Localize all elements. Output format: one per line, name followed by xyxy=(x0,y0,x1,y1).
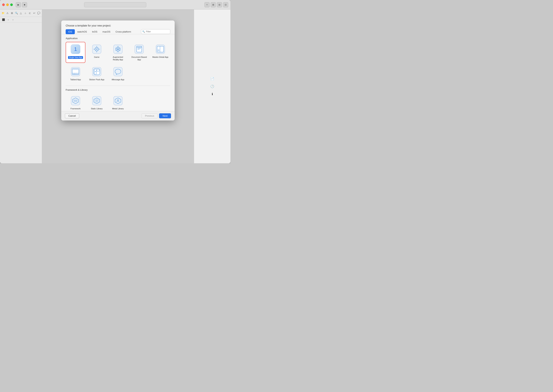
right-panel: 📄 🕐 ℹ xyxy=(194,9,231,163)
master-detail-icon xyxy=(155,44,166,54)
document-based-icon xyxy=(134,44,144,54)
filter-input[interactable] xyxy=(141,29,170,34)
nav-back-icon[interactable]: ⬛ xyxy=(1,18,6,21)
minimize-button[interactable] xyxy=(6,3,9,6)
template-static-library[interactable]: Static Library xyxy=(87,93,107,111)
sidebar-link-icon[interactable]: ⊏ xyxy=(28,11,31,15)
game-icon xyxy=(92,44,102,54)
sidebar-toolbar: 📁 ⚠ ⊞ 🔍 △ ⌂ ⊏ ↩ 💬 xyxy=(0,9,42,17)
nav-chevron-icon[interactable]: › xyxy=(11,18,15,21)
layout-btn2[interactable]: ⊟ xyxy=(217,2,222,7)
filter-icon: 🔍 xyxy=(142,30,145,33)
nav-forward-icon[interactable]: ‹ xyxy=(6,18,10,21)
metal-library-label: Metal Library xyxy=(112,107,124,110)
template-augmented-reality[interactable]: Augmented Reality App xyxy=(108,42,128,63)
tabbed-icon xyxy=(70,67,81,77)
imessage-icon xyxy=(113,67,123,77)
tab-macos[interactable]: macOS xyxy=(100,29,113,34)
sticker-pack-icon xyxy=(92,67,102,77)
ar-icon xyxy=(113,44,123,54)
filter-wrap: 🔍 xyxy=(141,29,170,34)
titlebar-controls: ▶ ■ xyxy=(16,2,27,7)
add-button[interactable]: + xyxy=(204,2,210,7)
tabbed-label: Tabbed App xyxy=(70,78,81,81)
inspector-info-icon[interactable]: ℹ xyxy=(210,92,214,96)
play-button[interactable]: ▶ xyxy=(16,2,21,7)
traffic-lights xyxy=(2,3,13,6)
static-library-icon xyxy=(92,96,102,106)
sidebar-search-icon[interactable]: 🔍 xyxy=(15,11,18,15)
sidebar-bubble-icon[interactable]: 💬 xyxy=(37,11,40,15)
sidebar-alert-icon[interactable]: △ xyxy=(19,11,22,15)
svg-rect-17 xyxy=(157,46,164,52)
template-master-detail[interactable]: Master-Detail App xyxy=(151,42,170,63)
framework-grid: Framework xyxy=(66,93,170,111)
close-button[interactable] xyxy=(2,3,5,6)
main-content: 📁 ⚠ ⊞ 🔍 △ ⌂ ⊏ ↩ 💬 ⬛ ‹ › No Selection xyxy=(0,9,231,163)
svg-rect-27 xyxy=(73,69,78,70)
dialog-overlay: Choose a template for your new project: … xyxy=(42,9,194,163)
template-framework[interactable]: Framework xyxy=(66,93,85,111)
single-view-icon: 1 xyxy=(70,44,81,54)
inspector-clock-icon[interactable]: 🕐 xyxy=(210,84,214,89)
sidebar-home-icon[interactable]: ⌂ xyxy=(24,11,27,15)
template-game[interactable]: Game xyxy=(87,42,107,63)
cancel-button[interactable]: Cancel xyxy=(65,113,79,118)
nav-buttons: Previous Next xyxy=(141,113,171,118)
titlebar-right: + ⊞ ⊟ ⊡ xyxy=(204,2,228,7)
ar-label: Augmented Reality App xyxy=(110,56,126,61)
static-library-label: Static Library xyxy=(91,107,103,110)
section-divider xyxy=(66,85,170,86)
tab-ios[interactable]: iOS xyxy=(66,29,75,34)
imessage-label: iMessage App xyxy=(112,78,124,81)
dialog-header: Choose a template for your new project: xyxy=(61,21,175,29)
svg-point-26 xyxy=(77,73,77,74)
sidebar-arrow-icon[interactable]: ↩ xyxy=(33,11,36,15)
template-imessage-app[interactable]: iMessage App xyxy=(108,64,128,83)
dialog-tabs: iOS watchOS tvOS macOS Cross-platform 🔍 xyxy=(61,29,175,34)
sticker-pack-label: Sticker Pack App xyxy=(89,78,104,81)
sidebar-warning-icon[interactable]: ⚠ xyxy=(6,11,9,15)
framework-icon xyxy=(70,96,81,106)
editor-area: No Selection Choose a template for your … xyxy=(42,9,194,163)
template-document-based[interactable]: Document Based App xyxy=(129,42,149,63)
sidebar-grid-icon[interactable]: ⊞ xyxy=(10,11,14,15)
game-label: Game xyxy=(94,56,99,58)
svg-point-25 xyxy=(75,73,76,74)
inspector-doc-icon[interactable]: 📄 xyxy=(210,77,214,81)
framework-label: Framework xyxy=(70,107,80,110)
template-sticker-pack[interactable]: Sticker Pack App xyxy=(87,64,107,83)
next-button[interactable]: Next xyxy=(159,113,171,118)
metal-library-icon xyxy=(113,96,123,106)
section-framework-title: Framework & Library xyxy=(66,89,170,91)
svg-point-24 xyxy=(74,73,74,74)
layout-btn1[interactable]: ⊞ xyxy=(211,2,216,7)
maximize-button[interactable] xyxy=(10,3,13,6)
xcode-window: ▶ ■ + ⊞ ⊟ ⊡ 📁 ⚠ ⊞ 🔍 △ ⌂ ⊏ ↩ 💬 xyxy=(0,0,231,163)
sidebar: 📁 ⚠ ⊞ 🔍 △ ⌂ ⊏ ↩ 💬 ⬛ ‹ › xyxy=(0,9,42,163)
dialog-footer: Cancel Previous Next xyxy=(61,111,175,120)
previous-button[interactable]: Previous xyxy=(141,113,158,118)
svg-rect-19 xyxy=(158,49,160,51)
template-metal-library[interactable]: Metal Library xyxy=(108,93,128,111)
sidebar-folder-icon[interactable]: 📁 xyxy=(1,11,5,15)
layout-btn3[interactable]: ⊡ xyxy=(223,2,228,7)
template-dialog: Choose a template for your new project: … xyxy=(61,21,175,120)
svg-rect-33 xyxy=(113,67,122,76)
section-application-title: Application xyxy=(66,37,170,40)
template-single-view-app[interactable]: 1 Single View App xyxy=(66,42,85,63)
template-tabbed-app[interactable]: Tabbed App xyxy=(66,64,85,83)
single-view-selected-label: Single View App xyxy=(68,56,83,59)
titlebar-search[interactable] xyxy=(84,2,146,7)
document-based-label: Document Based App xyxy=(131,56,147,61)
tab-crossplatform[interactable]: Cross-platform xyxy=(113,29,134,34)
single-view-icon-bg: 1 xyxy=(71,44,80,54)
master-detail-label: Master-Detail App xyxy=(152,56,168,58)
dialog-body: Application 1 Single View App xyxy=(61,34,175,111)
application-grid: 1 Single View App xyxy=(66,42,170,83)
tab-watchos[interactable]: watchOS xyxy=(75,29,90,34)
tab-tvos[interactable]: tvOS xyxy=(89,29,100,34)
stop-button[interactable]: ■ xyxy=(22,2,27,7)
titlebar: ▶ ■ + ⊞ ⊟ ⊡ xyxy=(0,0,231,9)
